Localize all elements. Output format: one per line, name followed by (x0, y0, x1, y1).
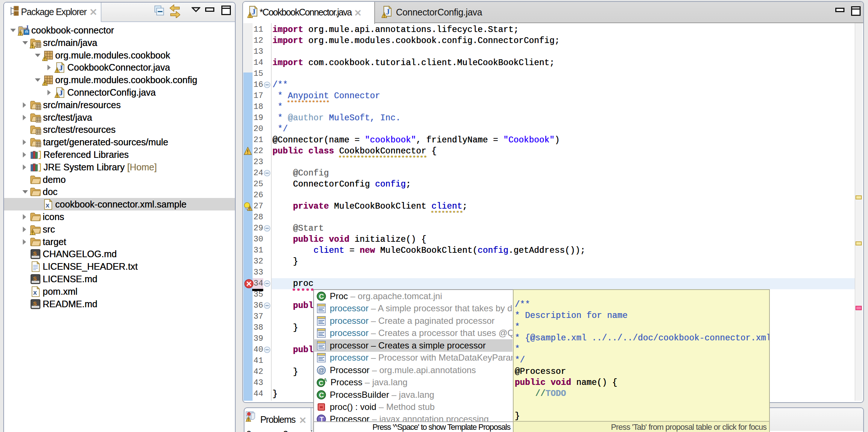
svg-text:C: C (319, 391, 324, 399)
svg-text:J: J (252, 8, 256, 16)
svg-text:C: C (319, 380, 323, 387)
svg-text:A: A (324, 377, 327, 383)
svg-text:X: X (33, 290, 37, 296)
svg-text:X: X (46, 202, 49, 209)
svg-text:J: J (59, 89, 63, 97)
svg-text:@: @ (318, 367, 325, 374)
svg-text:J: J (26, 25, 28, 30)
svg-text:S: S (33, 250, 37, 256)
svg-text:C: C (319, 293, 324, 300)
svg-text:J: J (386, 8, 390, 16)
svg-text:J: J (59, 64, 63, 72)
svg-text:S: S (33, 300, 37, 307)
svg-text:S: S (33, 275, 37, 281)
